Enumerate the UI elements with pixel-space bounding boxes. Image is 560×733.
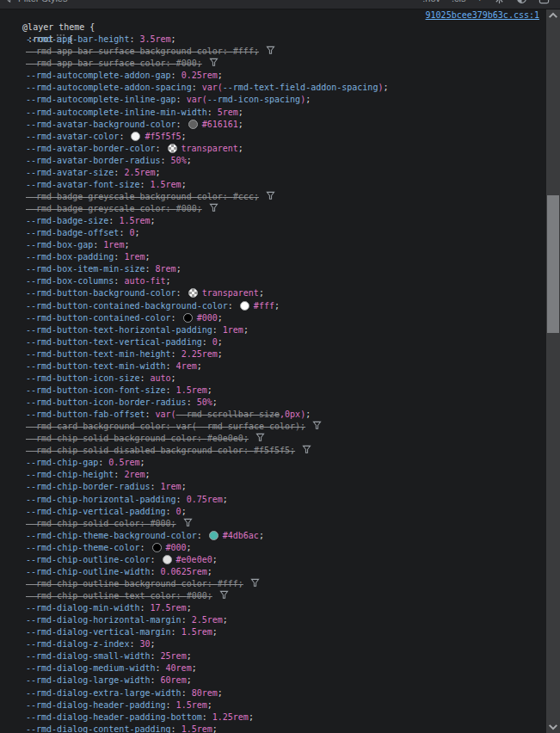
css-property-value[interactable]: #000 bbox=[166, 543, 187, 552]
css-property-value[interactable]: #f5f5f5 bbox=[145, 132, 181, 141]
css-property-name[interactable]: --rmd-dialog-header-padding bbox=[26, 700, 166, 710]
scroll-up-button[interactable] bbox=[546, 9, 560, 22]
theme-circle-icon[interactable] bbox=[516, 0, 527, 4]
new-style-rule-button[interactable]: + bbox=[477, 0, 483, 3]
css-property-value[interactable]: #e0e0e0 bbox=[207, 434, 243, 443]
css-property-value[interactable]: 0.25rem bbox=[182, 71, 218, 80]
css-property-value[interactable]: #fff bbox=[233, 46, 254, 56]
css-property-name[interactable]: --rmd-dialog-min-width bbox=[26, 603, 139, 613]
color-swatch[interactable] bbox=[209, 531, 218, 540]
css-property-name[interactable]: --rmd-dialog-z-index bbox=[26, 639, 129, 649]
css-property-name[interactable]: --rmd-dialog-extra-large-width bbox=[26, 688, 182, 698]
css-property-name[interactable]: --rmd-dialog-header-padding-bottom bbox=[26, 712, 202, 722]
css-property-name[interactable]: --rmd-button-icon-font-size bbox=[26, 385, 166, 395]
css-property-name[interactable]: --rmd-button-contained-background-color bbox=[26, 301, 228, 311]
css-property-value[interactable]: 2.5rem bbox=[192, 615, 223, 625]
css-property-name[interactable]: --rmd-dialog-small-width bbox=[26, 651, 151, 661]
css-property-name[interactable]: --rmd-button-icon-size bbox=[26, 373, 139, 383]
css-property-value[interactable]: 0.5rem bbox=[108, 458, 139, 467]
css-property-value[interactable]: 1.5rem bbox=[176, 700, 207, 710]
css-property-value[interactable]: 8rem bbox=[156, 264, 176, 274]
css-property-value[interactable]: auto bbox=[151, 373, 171, 383]
css-property-value[interactable]: 2.25rem bbox=[182, 349, 218, 359]
css-property-value[interactable]: #000 bbox=[176, 59, 197, 68]
css-property-value[interactable]: 2.5rem bbox=[124, 168, 155, 177]
css-property-name[interactable]: --rmd-dialog-medium-width bbox=[26, 663, 156, 673]
css-property-name[interactable]: --rmd-chip-outline-background-color bbox=[26, 579, 207, 588]
overridden-filter-icon[interactable] bbox=[266, 191, 275, 200]
css-property-name[interactable]: --rmd-chip-outline-color bbox=[26, 555, 151, 564]
css-property-name[interactable]: --rmd-badge-offset bbox=[26, 228, 119, 237]
overridden-filter-icon[interactable] bbox=[183, 518, 193, 527]
css-property-name[interactable]: --rmd-button-icon-border-radius bbox=[26, 397, 187, 407]
css-property-name[interactable]: --rmd-chip-horizontal-padding bbox=[26, 495, 176, 504]
css-property-value[interactable]: transparent bbox=[202, 288, 259, 298]
computed-pane-icon[interactable] bbox=[538, 0, 550, 4]
css-property-value[interactable]: #ccc bbox=[233, 192, 254, 201]
css-property-value[interactable]: 1rem bbox=[103, 240, 124, 249]
color-swatch[interactable] bbox=[240, 301, 249, 311]
color-swatch[interactable] bbox=[183, 313, 193, 323]
vertical-scrollbar[interactable] bbox=[546, 9, 560, 733]
css-property-value[interactable]: var(--rmd-surface-color) bbox=[176, 422, 301, 431]
css-property-name[interactable]: --rmd-chip-height bbox=[26, 470, 114, 479]
stylesheet-source-link[interactable]: 91025bcee379b63c.css:1 bbox=[426, 9, 539, 22]
css-property-name[interactable]: --rmd-chip-outline-text-color bbox=[26, 591, 176, 601]
css-property-value[interactable]: 1.5rem bbox=[119, 216, 150, 225]
css-property-name[interactable]: --rmd-card-background-color bbox=[26, 422, 166, 431]
css-property-name[interactable]: --rmd-button-fab-offset bbox=[26, 410, 145, 419]
css-property-value[interactable]: #000 bbox=[151, 519, 171, 528]
css-property-value[interactable]: #000 bbox=[176, 204, 197, 213]
css-property-name[interactable]: --rmd-avatar-color bbox=[26, 132, 119, 141]
rendering-emulation-icon[interactable] bbox=[494, 0, 505, 4]
css-property-name[interactable]: --rmd-button-text-min-height bbox=[26, 349, 171, 359]
css-property-name[interactable]: --rmd-app-bar-surface-background-color bbox=[26, 46, 223, 56]
css-property-value[interactable]: 5rem bbox=[218, 108, 238, 117]
css-property-value[interactable]: #4db6ac bbox=[223, 531, 259, 540]
css-property-name[interactable]: --rmd-button-text-min-width bbox=[26, 361, 166, 371]
css-property-name[interactable]: --rmd-box-gap bbox=[26, 240, 93, 249]
css-property-name[interactable]: --rmd-dialog-horizontal-margin bbox=[26, 615, 182, 625]
overridden-filter-icon[interactable] bbox=[266, 46, 275, 55]
css-property-value[interactable]: 80rem bbox=[192, 688, 218, 698]
css-property-value[interactable]: #f5f5f5 bbox=[254, 446, 290, 455]
css-property-value[interactable]: 3.5rem bbox=[139, 34, 170, 44]
css-property-name[interactable]: --rmd-button-contained-color bbox=[26, 313, 171, 323]
css-property-value[interactable]: 1.5rem bbox=[182, 627, 212, 637]
css-property-name[interactable]: --rmd-dialog-vertical-margin bbox=[26, 627, 171, 637]
css-property-name[interactable]: --rmd-chip-theme-background-color bbox=[26, 531, 197, 540]
overridden-filter-icon[interactable] bbox=[250, 578, 260, 588]
css-property-value[interactable]: 50% bbox=[197, 397, 212, 407]
css-property-value[interactable]: 0.0625rem bbox=[161, 567, 207, 576]
css-property-value[interactable]: var(--rmd-text-field-addon-spacing) bbox=[202, 83, 384, 92]
element-classes-button[interactable]: .cls bbox=[452, 0, 466, 3]
css-property-name[interactable]: --rmd-box-columns bbox=[26, 276, 114, 286]
css-property-name[interactable]: --rmd-avatar-border-color bbox=[26, 144, 156, 153]
scroll-down-button[interactable] bbox=[546, 721, 560, 733]
css-property-value[interactable]: #fff bbox=[254, 301, 274, 311]
css-property-name[interactable]: --rmd-chip-border-radius bbox=[26, 482, 151, 491]
css-property-name[interactable]: --rmd-button-background-color bbox=[26, 288, 176, 298]
css-property-value[interactable]: 1.5rem bbox=[182, 724, 212, 733]
css-property-value[interactable]: 0.75rem bbox=[187, 495, 223, 504]
css-property-name[interactable]: --rmd-autocomplete-inline-gap bbox=[26, 95, 176, 104]
css-property-value[interactable]: #616161 bbox=[202, 120, 238, 129]
css-property-name[interactable]: --rmd-avatar-background-color bbox=[26, 120, 176, 129]
css-property-value[interactable]: 2rem bbox=[124, 470, 145, 479]
overridden-filter-icon[interactable] bbox=[302, 445, 311, 454]
css-property-value[interactable]: auto-fit bbox=[124, 276, 165, 286]
css-property-value[interactable]: transparent bbox=[182, 144, 238, 153]
css-property-name[interactable]: --rmd-badge-greyscale-color bbox=[26, 204, 166, 213]
css-property-value[interactable]: 1rem bbox=[161, 482, 182, 491]
css-property-value[interactable]: 17.5rem bbox=[151, 603, 187, 613]
css-property-name[interactable]: --rmd-chip-solid-background-color bbox=[26, 434, 197, 443]
css-property-name[interactable]: --rmd-avatar-size bbox=[26, 168, 114, 177]
css-property-value[interactable]: var(--rmd-scrollbar-size,0px) bbox=[156, 410, 306, 419]
css-property-value[interactable]: 40rem bbox=[166, 663, 192, 673]
color-swatch[interactable] bbox=[188, 288, 198, 298]
css-property-value[interactable]: 50% bbox=[171, 156, 187, 165]
css-property-value[interactable]: 1rem bbox=[223, 325, 243, 335]
overridden-filter-icon[interactable] bbox=[312, 421, 322, 430]
color-swatch[interactable] bbox=[152, 543, 162, 552]
color-swatch[interactable] bbox=[168, 144, 177, 153]
